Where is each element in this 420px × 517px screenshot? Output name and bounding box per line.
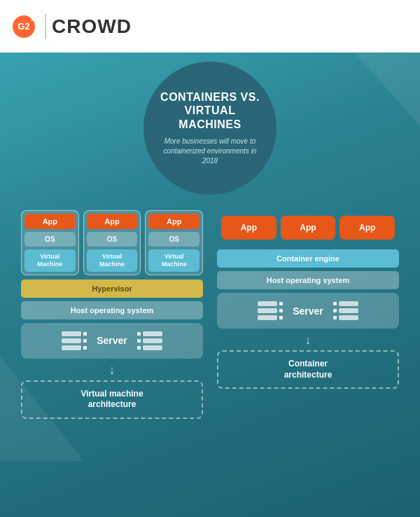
container-server-icon-left [258, 301, 283, 320]
container-server-label: Server [293, 305, 323, 317]
logo-divider [45, 14, 46, 39]
g2-label: G2 [18, 21, 29, 32]
container-app-1: App [221, 216, 276, 240]
container-engine-bar: Container engine [217, 249, 399, 268]
container-app-3: App [340, 216, 395, 240]
hypervisor-bar: Hypervisor [21, 280, 203, 298]
container-server-box: Server [217, 293, 399, 329]
vm-box-2: App OS VirtualMachine [83, 210, 141, 275]
vm-stack: App OS VirtualMachine App OS VirtualMach… [21, 210, 203, 275]
vm-server-icon-left [62, 331, 87, 350]
vm-box-1: App OS VirtualMachine [21, 210, 79, 275]
vm-label-2: VirtualMachine [87, 249, 138, 272]
vm-arrow: ↓ [21, 363, 203, 378]
columns: App OS VirtualMachine App OS VirtualMach… [14, 210, 406, 419]
header: G2 2 CROWD [0, 0, 420, 53]
vm-server-box: Server [21, 323, 203, 359]
hero-circle: CONTAINERS VS.VIRTUAL MACHINES More busi… [144, 62, 276, 195]
container-host-os-bar: Host operating system [217, 271, 399, 289]
container-app-2: App [281, 216, 336, 240]
vm-box-3: App OS VirtualMachine [145, 210, 203, 275]
main-content: App OS VirtualMachine App OS VirtualMach… [0, 210, 420, 419]
vm-arch-label: Virtual machinearchitecture [21, 380, 203, 419]
os-label-3: OS [148, 232, 200, 247]
container-arch-label: Containerarchitecture [217, 350, 399, 389]
vm-label-1: VirtualMachine [24, 249, 76, 272]
app-label-1: App [24, 214, 76, 229]
g2-logo: G2 2 [13, 15, 35, 38]
hero-subtitle: More businesses will move to containeriz… [158, 137, 262, 166]
container-server-icon-right [333, 301, 358, 320]
os-label-2: OS [87, 232, 138, 247]
os-label-1: OS [24, 232, 76, 247]
container-arrow: ↓ [217, 333, 399, 347]
vm-server-icon-right [137, 331, 162, 350]
app-label-2: App [87, 214, 138, 229]
container-column: App App App Container engine Host operat… [217, 210, 399, 419]
vm-column: App OS VirtualMachine App OS VirtualMach… [21, 210, 203, 419]
crowd-label: CROWD [52, 15, 132, 38]
hero-title: CONTAINERS VS.VIRTUAL MACHINES [158, 90, 262, 131]
vm-label-3: VirtualMachine [148, 249, 200, 272]
g2-superscript: 2 [31, 17, 34, 22]
container-apps-row: App App App [217, 210, 399, 245]
vm-host-os-bar: Host operating system [21, 301, 203, 319]
vm-server-label: Server [97, 335, 127, 346]
app-label-3: App [148, 214, 200, 229]
